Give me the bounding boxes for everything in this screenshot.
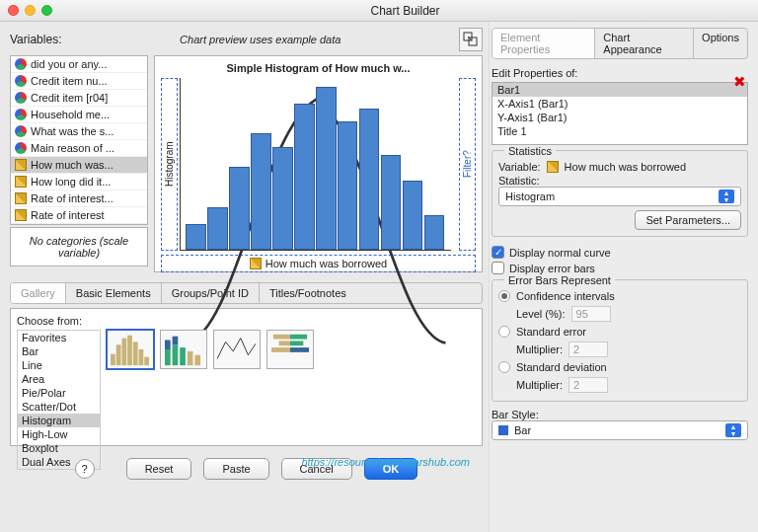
bar-swatch-icon xyxy=(498,425,508,435)
histogram-bar xyxy=(229,167,250,250)
ruler-icon xyxy=(15,176,27,188)
variable-item[interactable]: Rate of interest... xyxy=(11,190,147,207)
nominal-icon xyxy=(15,75,27,87)
chart-type-list[interactable]: FavoritesBarLineAreaPie/PolarScatter/Dot… xyxy=(17,330,101,470)
stat-variable-value: How much was borrowed xyxy=(565,161,687,173)
tab-options[interactable]: Options xyxy=(694,29,747,58)
variables-list[interactable]: did you or any...Credit item nu...Credit… xyxy=(10,55,148,225)
histogram-bar xyxy=(424,215,445,250)
edit-properties-label: Edit Properties of: xyxy=(492,67,748,79)
transfer-button[interactable] xyxy=(459,28,483,51)
tab-gallery[interactable]: Gallery xyxy=(11,283,66,303)
histogram-bar xyxy=(207,207,228,251)
chart-ylabel[interactable]: Histogram xyxy=(161,78,178,251)
nominal-icon xyxy=(15,58,27,70)
delete-button[interactable]: ✖ xyxy=(733,73,746,91)
variable-item[interactable]: Credit item nu... xyxy=(11,73,147,90)
help-button[interactable]: ? xyxy=(75,459,95,479)
variable-item[interactable]: What was the s... xyxy=(11,123,147,140)
display-error-bars-label: Display error bars xyxy=(509,263,595,274)
no-categories-note: No categories (scale variable) xyxy=(10,227,148,266)
chart-type-item[interactable]: Scatter/Dot xyxy=(18,400,100,414)
svg-rect-14 xyxy=(188,351,193,365)
histogram-bar xyxy=(381,155,402,250)
chart-type-item[interactable]: Pie/Polar xyxy=(18,386,100,400)
chart-title: Simple Histogram of How much w... xyxy=(161,62,476,74)
svg-rect-16 xyxy=(290,335,307,340)
svg-rect-5 xyxy=(127,336,132,365)
chart-type-item[interactable]: High-Low xyxy=(18,427,100,441)
edit-property-item[interactable]: X-Axis1 (Bar1) xyxy=(493,97,747,111)
se-multiplier-input: 2 xyxy=(568,342,608,357)
chart-plot xyxy=(180,78,451,251)
variable-item[interactable]: Credit item [r04] xyxy=(11,90,147,107)
nominal-icon xyxy=(15,125,27,137)
svg-rect-3 xyxy=(116,344,121,365)
svg-rect-8 xyxy=(144,357,149,366)
svg-rect-15 xyxy=(194,355,200,365)
statistics-legend: Statistics xyxy=(504,145,556,157)
chart-type-item[interactable]: Favorites xyxy=(18,331,100,344)
zoom-icon[interactable] xyxy=(41,5,52,16)
stepper-icon: ▲▼ xyxy=(719,190,734,203)
svg-rect-12 xyxy=(173,337,179,345)
bar-style-select[interactable]: Bar ▲▼ xyxy=(492,420,748,440)
chart-type-item[interactable]: Area xyxy=(18,372,100,386)
variable-item[interactable]: did you or any... xyxy=(11,56,147,73)
edit-property-item[interactable]: Bar1 xyxy=(493,83,747,97)
histogram-bar xyxy=(294,104,315,250)
histogram-bar xyxy=(251,133,271,250)
variables-label: Variables: xyxy=(10,33,61,46)
edit-property-item[interactable]: Title 1 xyxy=(493,124,747,138)
radio-confidence-intervals xyxy=(498,290,510,302)
variable-item[interactable]: Rate of interest xyxy=(11,207,147,224)
histogram-bar xyxy=(359,109,380,250)
svg-rect-6 xyxy=(133,342,138,365)
variable-item[interactable]: Household me... xyxy=(11,107,147,123)
histogram-bar xyxy=(272,147,293,250)
set-parameters-button[interactable]: Set Parameters... xyxy=(635,210,741,230)
tab-chart-appearance[interactable]: Chart Appearance xyxy=(595,29,694,58)
minimize-icon[interactable] xyxy=(25,5,36,16)
variable-item[interactable]: Main reason of ... xyxy=(11,140,147,157)
histogram-bar xyxy=(186,224,206,250)
sd-multiplier-input: 2 xyxy=(568,377,608,393)
thumb-histogram[interactable] xyxy=(107,330,154,369)
display-error-bars-checkbox xyxy=(492,262,504,274)
error-bars-legend: Error Bars Represent xyxy=(504,274,615,286)
svg-rect-4 xyxy=(121,339,126,366)
thumb-frequency-polygon[interactable] xyxy=(213,330,261,369)
svg-rect-18 xyxy=(290,347,309,352)
watermark: https://resourcefulscholarshub.com xyxy=(301,456,470,468)
chart-type-item[interactable]: Histogram xyxy=(18,414,100,427)
edit-properties-list[interactable]: Bar1X-Axis1 (Bar1)Y-Axis1 (Bar1)Title 1 xyxy=(492,82,748,145)
svg-rect-17 xyxy=(290,341,303,345)
titlebar: Chart Builder xyxy=(0,0,758,22)
tab-element-properties[interactable]: Element Properties xyxy=(493,29,595,58)
svg-rect-19 xyxy=(273,335,290,340)
chart-type-item[interactable]: Bar xyxy=(18,344,100,358)
window-title: Chart Builder xyxy=(60,4,750,18)
close-icon[interactable] xyxy=(8,5,19,16)
right-segmented-tabs: Element Properties Chart Appearance Opti… xyxy=(492,28,748,59)
stat-variable-label: Variable: xyxy=(498,161,541,173)
histogram-bar xyxy=(403,181,423,250)
edit-property-item[interactable]: Y-Axis1 (Bar1) xyxy=(493,111,747,124)
svg-rect-2 xyxy=(111,354,115,365)
tab-basic-elements[interactable]: Basic Elements xyxy=(66,283,162,303)
thumb-population-pyramid[interactable] xyxy=(266,330,314,369)
variable-item[interactable]: How much was... xyxy=(11,157,147,174)
svg-rect-13 xyxy=(180,347,186,365)
variable-item[interactable]: How long did it... xyxy=(11,174,147,190)
nominal-icon xyxy=(15,92,27,104)
svg-rect-20 xyxy=(279,341,290,345)
chart-filter-dropzone[interactable]: Filter? xyxy=(459,78,476,251)
preview-note: Chart preview uses example data xyxy=(71,34,449,45)
radio-standard-deviation xyxy=(498,361,510,373)
statistic-select[interactable]: Histogram ▲▼ xyxy=(498,187,741,206)
chart-preview[interactable]: Simple Histogram of How much w... Histog… xyxy=(154,55,483,272)
thumb-stacked-histogram[interactable] xyxy=(160,330,207,369)
ruler-icon xyxy=(15,159,27,171)
display-normal-curve-checkbox[interactable]: ✓ xyxy=(492,246,504,259)
chart-type-item[interactable]: Line xyxy=(18,358,100,372)
